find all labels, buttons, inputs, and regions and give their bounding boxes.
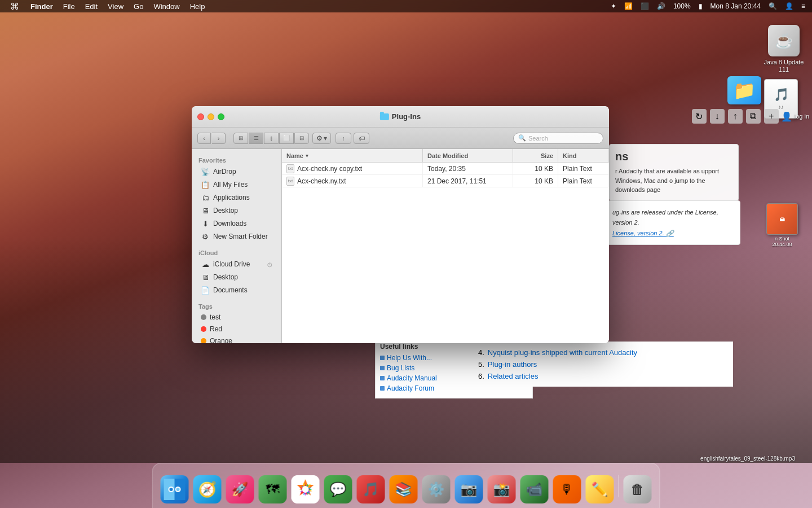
dock-launchpad[interactable]: 🚀 — [225, 474, 255, 505]
col-header-name[interactable]: Name ▾ — [282, 149, 423, 162]
link-bullet-manual — [380, 376, 385, 380]
sidebar-item-documents[interactable]: 📄 Documents — [194, 284, 279, 296]
list-item-5: 5. Plug-in authors — [478, 358, 729, 370]
dock-photos[interactable] — [290, 474, 321, 505]
menubar-help[interactable]: Help — [186, 0, 210, 12]
dock-launchpad-icon: 🚀 — [226, 475, 254, 503]
download-button[interactable]: ↓ — [710, 109, 725, 124]
menubar-right: ✦ 📶 ⬛ 🔊 100% ▮ Mon 8 Jan 20:44 🔍 👤 ≡ — [608, 2, 807, 10]
volume-icon: 🔊 — [655, 2, 668, 10]
forum-link-text: Audacity Forum — [387, 384, 434, 392]
file-name-text-1: Acx-check.ny.txt — [297, 177, 346, 185]
sidebar-item-applications[interactable]: 🗂 Applications — [194, 191, 279, 204]
file-icon-1: txt — [286, 177, 294, 186]
dock-audacity[interactable]: 🎙 — [552, 474, 582, 505]
java-icon-label: Java 8 Update 111 — [764, 59, 804, 73]
airplay-icon: ⬛ — [638, 2, 651, 10]
screenshot-icon[interactable]: 🏔 n Shot20.44.08 — [766, 203, 798, 247]
menubar-finder[interactable]: Finder — [26, 0, 58, 12]
dock-maps[interactable]: 🗺 — [258, 474, 288, 505]
copy-button[interactable]: ⧉ — [746, 109, 761, 124]
col-header-size[interactable]: Size — [513, 149, 558, 162]
file-row-1[interactable]: txt Acx-check.ny.txt 21 Dec 2017, 11:51 … — [282, 175, 609, 187]
help-link-text: Help Us With... — [387, 354, 432, 362]
list-link-5[interactable]: Plug-in authors — [488, 360, 537, 369]
file-kind-1: Plain Text — [558, 175, 609, 187]
sidebar-item-desktop[interactable]: 🖥 Desktop — [194, 204, 279, 217]
tag-test-label: test — [210, 313, 220, 321]
col-header-kind[interactable]: Kind — [558, 149, 609, 162]
tag-action-button[interactable]: 🏷 — [354, 133, 369, 144]
group-view-button[interactable]: ⊟ — [294, 133, 309, 144]
dock-iphoto-icon: 📷 — [455, 475, 483, 503]
dock-finder-icon — [161, 475, 189, 503]
sidebar-item-icloud-drive[interactable]: ☁ iCloud Drive ◷ — [194, 258, 279, 270]
menubar-file[interactable]: File — [59, 0, 80, 12]
maximize-button[interactable] — [218, 113, 224, 120]
cover-flow-button[interactable]: ⬜ — [279, 133, 294, 144]
dock-separator — [619, 475, 619, 497]
sidebar-item-tag-red[interactable]: Red — [194, 323, 279, 335]
sidebar-item-icloud-desktop[interactable]: 🖥 Desktop — [194, 271, 279, 283]
share-button[interactable]: ↑ — [728, 109, 743, 124]
dock-books-icon: 📚 — [390, 475, 418, 503]
dock-system-prefs[interactable]: ⚙️ — [421, 474, 452, 505]
file-list-header: Name ▾ Date Modified Size Kind — [282, 149, 609, 163]
col-kind-label: Kind — [563, 152, 576, 159]
refresh-button[interactable]: ↻ — [692, 109, 707, 124]
icloud-drive-label: iCloud Drive — [213, 260, 250, 268]
icon-view-button[interactable]: ⊞ — [233, 133, 248, 144]
dock-sketch[interactable]: ✏️ — [585, 474, 615, 505]
list-item-4: 4. Nyquist plug-ins shipped with current… — [478, 347, 729, 358]
dock-facetime-icon: 📹 — [520, 475, 549, 503]
forward-button[interactable]: › — [212, 133, 226, 144]
dock-messages[interactable]: 💬 — [323, 474, 354, 505]
dock-messages-icon: 💬 — [324, 475, 352, 503]
sidebar-item-downloads[interactable]: ⬇ Downloads — [194, 217, 279, 230]
sidebar-item-airdrop[interactable]: 📡 AirDrop — [194, 165, 279, 178]
share-action-button[interactable]: ↑ — [336, 133, 351, 144]
menubar-go[interactable]: Go — [129, 0, 148, 12]
gear-button[interactable]: ⚙ ▾ — [312, 133, 331, 144]
user-icon: 👤 — [783, 2, 796, 10]
tag-dot-red — [201, 326, 206, 332]
column-view-button[interactable]: ⫿ — [264, 133, 279, 144]
dock-photo-booth[interactable]: 📸 — [487, 474, 517, 505]
dock-facetime[interactable]: 📹 — [519, 474, 550, 505]
file-row-0[interactable]: txt Acx-check.ny copy.txt Today, 20:35 1… — [282, 163, 609, 175]
add-button[interactable]: + — [764, 109, 779, 124]
bg-folder-icon[interactable]: 📁 — [727, 76, 761, 104]
minimize-button[interactable] — [208, 113, 214, 120]
menubar-view[interactable]: View — [103, 0, 128, 12]
dock-iphoto[interactable]: 📷 — [454, 474, 484, 505]
sidebar-item-all-my-files[interactable]: 📋 All My Files — [194, 178, 279, 191]
license-link[interactable]: License, version 2. 🔗 — [612, 230, 674, 237]
applications-label: Applications — [213, 194, 250, 202]
apple-menu[interactable]: ⌘ — [5, 0, 25, 12]
file-date-0: Today, 20:35 — [423, 163, 513, 174]
menubar-edit[interactable]: Edit — [81, 0, 102, 12]
java-installer-icon[interactable]: ☕ Java 8 Update 111 — [761, 23, 806, 76]
dock-safari[interactable]: 🧭 — [192, 474, 223, 505]
search-icon[interactable]: 🔍 — [766, 2, 779, 10]
close-button[interactable] — [197, 113, 204, 120]
gear-icon: ⚙ — [316, 134, 323, 142]
list-link-6[interactable]: Related articles — [488, 372, 539, 380]
col-header-date[interactable]: Date Modified — [423, 149, 513, 162]
bugs-link-text: Bug Lists — [387, 364, 414, 372]
dock-finder[interactable] — [160, 474, 190, 505]
back-button[interactable]: ‹ — [197, 133, 211, 144]
list-link-4[interactable]: Nyquist plug-ins shipped with current Au… — [488, 348, 637, 357]
sidebar-item-tag-test[interactable]: test — [194, 312, 279, 323]
sidebar-item-new-smart-folder[interactable]: ⚙ New Smart Folder — [194, 230, 279, 243]
sidebar-item-tag-orange[interactable]: Orange — [194, 335, 279, 343]
list-num-5: 5. — [478, 360, 484, 369]
list-view-button[interactable]: ☰ — [249, 133, 263, 144]
dock-music[interactable]: 🎵 — [356, 474, 386, 505]
log-in-label[interactable]: log in — [795, 113, 809, 120]
dock-books[interactable]: 📚 — [389, 474, 419, 505]
search-field[interactable]: 🔍 Search — [513, 133, 603, 144]
dock-trash[interactable]: 🗑 — [623, 474, 653, 505]
notification-icon: ≡ — [799, 2, 807, 10]
menubar-window[interactable]: Window — [149, 0, 184, 12]
